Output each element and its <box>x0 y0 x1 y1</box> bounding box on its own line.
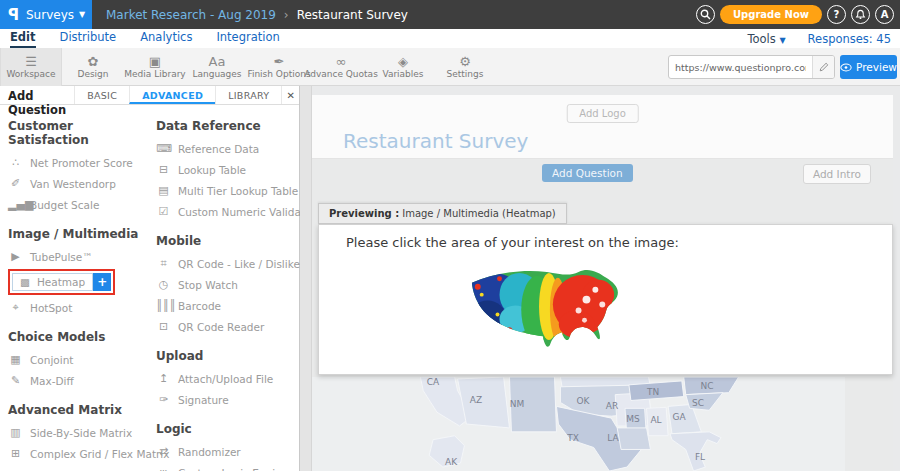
tools-menu[interactable]: Tools ▼ <box>747 32 785 46</box>
section-title: Logic <box>156 422 300 436</box>
tubepulse-icon: ▶ <box>8 250 23 263</box>
panel-tab-library[interactable]: LIBRARY <box>215 86 281 104</box>
question-type-stop-watch[interactable]: ◷Stop Watch <box>156 274 300 295</box>
question-type-attach-upload-file[interactable]: ↥Attach/Upload File <box>156 368 300 389</box>
question-type-qr-code-reader[interactable]: ⊡QR Code Reader <box>156 316 300 337</box>
multi-tier-lookup-icon: ▤ <box>156 184 171 197</box>
nav-tab-analytics[interactable]: Analytics <box>140 29 192 48</box>
question-type-label: TubePulse™ <box>30 251 93 263</box>
panel-tab-advanced[interactable]: ADVANCED <box>129 86 215 104</box>
toolbar-item-variables[interactable]: ◈Variables <box>372 48 434 86</box>
top-bar: P Surveys ▼ Market Research - Aug 2019 ›… <box>0 0 900 29</box>
preview-button[interactable]: Preview <box>840 55 897 79</box>
state-label-ok: OK <box>577 396 590 406</box>
question-type-budget-scale[interactable]: ▂▄▆Budget Scale <box>8 194 150 215</box>
panel-tab-basic[interactable]: BASIC <box>74 86 129 104</box>
net-promoter-score-icon: ∴ <box>8 156 23 169</box>
question-type-heatmap[interactable]: ▩Heatmap <box>12 273 93 291</box>
pencil-icon <box>819 62 829 72</box>
question-type-multi-tier-lookup-table[interactable]: ▤Multi Tier Lookup Table <box>156 180 300 201</box>
toolbar-item-design[interactable]: ✿Design <box>62 48 124 86</box>
question-type-label: Signature <box>178 394 229 406</box>
question-type-label: Reference Data <box>178 143 259 155</box>
toolbar-item-label: Advance Quotas <box>304 69 378 79</box>
toolbar-item-finish-options[interactable]: ✒Finish Options <box>248 48 310 86</box>
question-type-net-promoter-score[interactable]: ∴Net Promoter Score <box>8 152 150 173</box>
breadcrumb-parent[interactable]: Market Research - Aug 2019 <box>106 8 276 22</box>
add-intro-button[interactable]: Add Intro <box>803 164 871 184</box>
media-library-icon: ▣ <box>149 55 161 68</box>
survey-title[interactable]: Restaurant Survey <box>343 129 528 153</box>
responses-count[interactable]: Responses: 45 <box>808 32 891 46</box>
question-type-barcode[interactable]: ║║║Barcode <box>156 295 300 316</box>
question-type-van-westendorp[interactable]: ✐Van Westendorp <box>8 173 150 194</box>
app-logo-area[interactable]: P Surveys ▼ <box>0 0 92 29</box>
question-type-complex-grid-flex-matrix[interactable]: ⊞Complex Grid / Flex Matrix <box>8 443 150 464</box>
survey-url-input[interactable] <box>669 62 812 73</box>
edit-url-button[interactable] <box>812 56 834 78</box>
toolbar-item-workspace[interactable]: ☰Workspace <box>0 48 62 86</box>
help-button[interactable]: ? <box>827 5 846 24</box>
upgrade-now-button[interactable]: Upgrade Now <box>720 5 822 24</box>
nav-tab-distribute[interactable]: Distribute <box>60 29 117 48</box>
section-title: Image / Multimedia <box>8 227 150 241</box>
add-question-panel-header: Add Question BASICADVANCEDLIBRARY ✕ <box>0 86 299 105</box>
nav-tab-integration[interactable]: Integration <box>216 29 279 48</box>
question-type-randomizer[interactable]: ⇄Randomizer <box>156 441 300 462</box>
toolbar-item-advance-quotas[interactable]: ∞Advance Quotas <box>310 48 372 86</box>
add-logo-button[interactable]: Add Logo <box>566 104 639 123</box>
question-type-signature[interactable]: ✑Signature <box>156 389 300 410</box>
section-mobile: Mobile⌗QR Code - Like / Dislike◷Stop Wat… <box>156 234 300 337</box>
heatmap-highlight-box: ▩Heatmap+ <box>8 269 115 295</box>
toolbar-item-settings[interactable]: ⚙Settings <box>434 48 496 86</box>
toolbar-item-languages[interactable]: AaLanguages <box>186 48 248 86</box>
add-question-panel: Add Question BASICADVANCEDLIBRARY ✕ Cust… <box>0 86 300 471</box>
numeric-validator-icon: ☑ <box>156 205 171 218</box>
section-logic: Logic⇄RandomizerψCustom Logic Engine <box>156 422 300 471</box>
toolbar-item-media-library[interactable]: ▣Media Library <box>124 48 186 86</box>
question-type-label: Complex Grid / Flex Matrix <box>30 448 169 460</box>
languages-icon: Aa <box>209 55 226 68</box>
section-upload: Upload↥Attach/Upload File✑Signature <box>156 349 300 410</box>
question-type-tubepulse[interactable]: ▶TubePulse™ <box>8 246 150 267</box>
notifications-button[interactable] <box>851 5 870 24</box>
add-question-button[interactable]: Add Question <box>542 164 633 182</box>
question-type-custom-numeric-validator[interactable]: ☑Custom Numeric Validator <box>156 201 300 222</box>
question-type-label: Randomizer <box>178 446 241 458</box>
close-panel-button[interactable]: ✕ <box>281 86 299 104</box>
heatmap-question-editor: CAAZNMOKARTNNCSCMSALGATXLAFLAK <box>312 377 845 471</box>
question-type-lookup-table[interactable]: ⊟Lookup Table <box>156 159 300 180</box>
survey-url-field <box>668 55 835 79</box>
add-heatmap-button[interactable]: + <box>93 273 111 291</box>
surveys-menu-label: Surveys <box>26 8 74 22</box>
question-type-custom-logic-engine[interactable]: ψCustom Logic Engine <box>156 462 300 471</box>
workspace-icon: ☰ <box>25 55 37 68</box>
conjoint-icon: ▦ <box>8 353 23 366</box>
search-button[interactable] <box>696 5 715 24</box>
heatmap-image[interactable] <box>456 265 628 349</box>
state-label-nc: NC <box>700 381 713 391</box>
surveys-menu[interactable]: Surveys ▼ <box>26 8 85 22</box>
state-label-fl: FL <box>695 452 705 462</box>
question-type-label: Max-Diff <box>30 375 74 387</box>
nav-tab-edit[interactable]: Edit <box>10 29 36 48</box>
question-type-conjoint[interactable]: ▦Conjoint <box>8 349 150 370</box>
state-label-al: AL <box>650 415 661 425</box>
question-type-reference-data[interactable]: ⌨Reference Data <box>156 138 300 159</box>
question-type-max-diff[interactable]: ✎Max-Diff <box>8 370 150 391</box>
section-choice-models: Choice Models▦Conjoint✎Max-Diff <box>8 330 150 391</box>
previewing-label: Previewing : <box>329 208 399 219</box>
question-type-qr-code-like-dislike[interactable]: ⌗QR Code - Like / Dislike <box>156 253 300 274</box>
panel-column: Customer Satisfaction∴Net Promoter Score… <box>8 107 150 471</box>
question-type-side-by-side-matrix[interactable]: ▥Side-By-Side Matrix <box>8 422 150 443</box>
question-type-label: Custom Logic Engine <box>178 467 288 471</box>
variables-tag-icon: ◈ <box>398 55 408 68</box>
previewing-question-type: Image / Multimedia (Heatmap) <box>402 208 556 219</box>
question-type-label: Barcode <box>178 300 221 312</box>
barcode-icon: ║║║ <box>156 299 171 312</box>
question-type-hotspot[interactable]: ⌖HotSpot <box>8 297 150 318</box>
avatar[interactable]: A <box>875 5 894 24</box>
section-title: Customer Satisfaction <box>8 119 150 147</box>
section-data-reference: Data Reference⌨Reference Data⊟Lookup Tab… <box>156 119 300 222</box>
breadcrumb-current: Restaurant Survey <box>297 8 408 22</box>
